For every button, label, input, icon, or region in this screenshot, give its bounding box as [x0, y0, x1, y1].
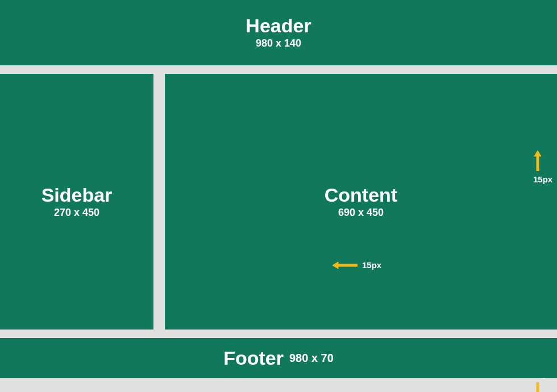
gap-indicator-top: 15px	[533, 151, 552, 184]
gap-value-left: 15px	[362, 260, 381, 270]
header-title: Header	[246, 16, 311, 35]
sidebar-dimensions: 270 x 450	[54, 207, 99, 219]
header-dimensions: 980 x 140	[256, 37, 301, 49]
svg-marker-1	[332, 262, 358, 269]
svg-marker-0	[534, 151, 541, 171]
svg-marker-2	[534, 382, 541, 392]
content-panel: Content 690 x 450 15px 15px 15px	[165, 74, 557, 330]
sidebar-title: Sidebar	[41, 185, 113, 205]
footer-title: Footer	[223, 348, 284, 368]
gap-indicator-left: 15px	[332, 260, 381, 270]
arrow-up-icon	[533, 151, 552, 171]
content-title: Content	[325, 185, 397, 205]
gap-value-top: 15px	[533, 174, 552, 184]
arrow-down-icon	[533, 382, 552, 392]
arrow-left-icon	[332, 261, 358, 270]
footer-dimensions: 980 x 70	[289, 352, 334, 365]
footer-panel: Footer 980 x 70	[0, 338, 557, 378]
header-panel: Header 980 x 140	[0, 0, 557, 65]
content-dimensions: 690 x 450	[338, 207, 384, 219]
sidebar-panel: Sidebar 270 x 450	[0, 74, 153, 330]
